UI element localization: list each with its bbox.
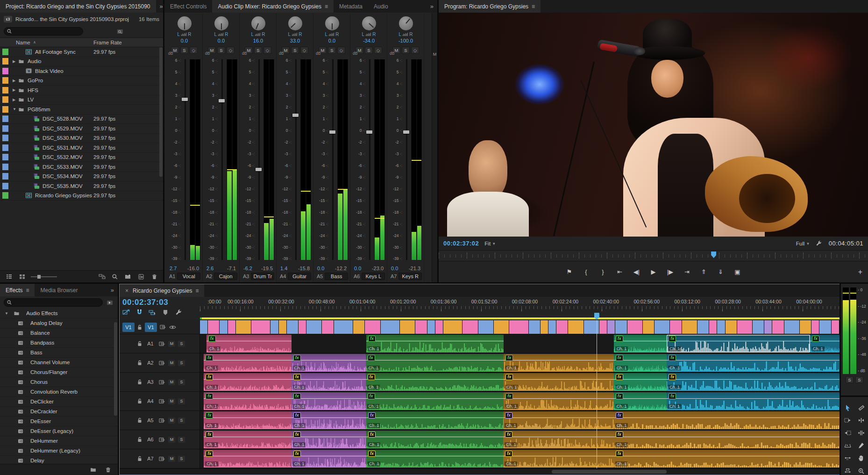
- go-to-out-button[interactable]: ⇥: [680, 266, 694, 278]
- video-clip[interactable]: [772, 320, 784, 334]
- label-color-chip[interactable]: [2, 68, 8, 74]
- volume-fader[interactable]: [292, 58, 299, 265]
- panel-overflow-icon[interactable]: »: [427, 0, 437, 13]
- effects-item-row[interactable]: DeClicker: [0, 397, 118, 407]
- video-clip[interactable]: [228, 320, 236, 334]
- slide-tool[interactable]: [843, 467, 853, 475]
- audio-clip[interactable]: fxCh. 1: [366, 392, 504, 410]
- step-forward-button[interactable]: |▶: [663, 266, 677, 278]
- playback-resolution-dropdown[interactable]: Full▾: [796, 241, 809, 246]
- audio-clip[interactable]: fxCh. 1: [204, 392, 292, 410]
- pan-knob[interactable]: [288, 16, 302, 30]
- project-item-row[interactable]: DSC_5534.MOV29.97 fps: [0, 172, 163, 182]
- twirl-closed-icon[interactable]: ▶: [13, 98, 17, 102]
- zoom-slider[interactable]: [31, 276, 57, 277]
- rolling-edit-tool[interactable]: [857, 429, 866, 437]
- audio-track-lane[interactable]: fxCh. 1fxCh. 1fxCh. 1fxCh. 1fxCh. 1fxCh.…: [200, 392, 840, 410]
- project-item-row[interactable]: ▶HFS: [0, 86, 163, 95]
- audio-clip[interactable]: fxCh. 1: [503, 450, 614, 468]
- effects-item-row[interactable]: DeEsser (Legacy): [0, 426, 118, 436]
- item-name-label[interactable]: Audio: [28, 58, 41, 64]
- solo-button[interactable]: S: [178, 398, 185, 404]
- pan-value[interactable]: 0.0: [218, 38, 225, 43]
- project-item-row[interactable]: DSC_5531.MOV29.97 fps: [0, 143, 163, 153]
- track-select-backward-tool[interactable]: [843, 429, 853, 437]
- snap-icon[interactable]: [135, 309, 143, 316]
- audio-clip[interactable]: fxCh. 1: [614, 354, 667, 372]
- effects-item-row[interactable]: Chorus/Flanger: [0, 367, 118, 377]
- video-clip[interactable]: [607, 320, 615, 334]
- twirl-open-icon[interactable]: ▼: [13, 107, 17, 111]
- effects-item-row[interactable]: Analog Delay: [0, 318, 118, 328]
- keyframe-button[interactable]: ◇: [227, 47, 235, 54]
- fader-level-value[interactable]: -6.2: [243, 266, 252, 271]
- twirl-closed-icon[interactable]: ▶: [13, 79, 17, 83]
- twirl-closed-icon[interactable]: ▶: [13, 59, 17, 64]
- video-clip[interactable]: [365, 320, 380, 334]
- effect-name-label[interactable]: Channel Volume: [30, 360, 70, 365]
- video-clip[interactable]: [427, 320, 435, 334]
- track-lock-icon[interactable]: [137, 417, 142, 423]
- video-clip[interactable]: [737, 320, 753, 334]
- timeline-timecode[interactable]: 00:02:37:03: [122, 298, 197, 307]
- item-name-label[interactable]: DSC_5535.MOV: [43, 183, 83, 189]
- sync-lock-icon[interactable]: [159, 341, 165, 346]
- project-item-row[interactable]: DSC_5533.MOV29.97 fps: [0, 162, 163, 172]
- video-clip[interactable]: [764, 320, 772, 334]
- volume-fader[interactable]: [218, 58, 226, 265]
- audio-track-lane[interactable]: fxCh. 1fxCh. 1fxCh. 1fxCh. 1fxCh. 1: [200, 411, 840, 430]
- video-clip[interactable]: [306, 320, 322, 334]
- audio-clip[interactable]: fxCh. 1: [206, 335, 292, 353]
- work-area-bar[interactable]: [200, 317, 840, 319]
- effects-item-row[interactable]: DeEsser: [0, 417, 118, 426]
- video-clip[interactable]: [832, 320, 840, 334]
- effects-search-input[interactable]: [14, 300, 100, 305]
- audio-clip[interactable]: fxCh. 1: [667, 335, 810, 353]
- effect-name-label[interactable]: DeCrackler: [30, 409, 57, 414]
- keyframe-button[interactable]: ◇: [374, 47, 382, 54]
- video-clip[interactable]: [548, 320, 556, 334]
- audio-clip[interactable]: fxCh. 1: [292, 373, 366, 391]
- video-clip[interactable]: [435, 320, 443, 334]
- effect-name-label[interactable]: Bandpass: [30, 340, 54, 345]
- audio-clip[interactable]: fxCh. 1: [292, 431, 366, 448]
- effect-name-label[interactable]: Analog Delay: [30, 320, 62, 326]
- delete-icon[interactable]: [104, 466, 112, 474]
- project-item-row[interactable]: DSC_5532.MOV29.97 fps: [0, 153, 163, 163]
- fader-level-value[interactable]: 1.4: [280, 266, 287, 271]
- audio-clip[interactable]: fxCh. 1: [204, 411, 292, 429]
- panel-menu-icon[interactable]: ≡: [532, 3, 535, 10]
- fader-handle[interactable]: [219, 99, 225, 102]
- timeline-ruler[interactable]: :00:0000:00:16:0000:00:32:0000:00:48:000…: [200, 297, 840, 320]
- video-clip[interactable]: [400, 320, 415, 334]
- effect-name-label[interactable]: Balance: [30, 330, 50, 336]
- fader-handle[interactable]: [329, 130, 335, 134]
- program-timecode[interactable]: 00:02:37:02: [443, 240, 479, 247]
- timeline-horizontal-scrollbar[interactable]: [120, 468, 840, 475]
- button-editor-plus[interactable]: +: [858, 268, 862, 276]
- video-clip[interactable]: [682, 320, 697, 334]
- pan-value[interactable]: 0.0: [181, 38, 188, 43]
- tab-audio[interactable]: Audio: [368, 0, 394, 13]
- audio-clip[interactable]: fxCh. 1: [503, 411, 614, 429]
- track-select-forward-tool[interactable]: [843, 416, 853, 425]
- track-name-field[interactable]: Bass: [325, 273, 348, 280]
- mute-button[interactable]: M: [168, 379, 175, 385]
- video-clip[interactable]: [200, 320, 208, 334]
- audio-clip[interactable]: fxCh. 1: [366, 354, 504, 372]
- close-tab-icon[interactable]: ×: [125, 288, 128, 294]
- track-lock-icon[interactable]: [137, 437, 142, 442]
- solo-button[interactable]: S: [178, 417, 185, 424]
- fader-level-value[interactable]: 0.0: [317, 266, 324, 271]
- fader-handle[interactable]: [366, 130, 372, 134]
- video-clip[interactable]: [270, 320, 278, 334]
- item-name-label[interactable]: Ricardo Griego Gypsies: [35, 193, 92, 198]
- keyframe-button[interactable]: ◇: [300, 47, 308, 54]
- project-item-row[interactable]: All Footage Sync29.97 fps: [0, 47, 163, 57]
- fader-handle[interactable]: [256, 168, 262, 171]
- video-clip[interactable]: [478, 320, 494, 334]
- audio-clip[interactable]: fxCh. 1: [204, 431, 292, 448]
- video-clip[interactable]: [287, 320, 299, 334]
- effects-item-row[interactable]: ▼Audio Effects: [0, 309, 118, 318]
- navigate-up-icon[interactable]: [4, 16, 12, 22]
